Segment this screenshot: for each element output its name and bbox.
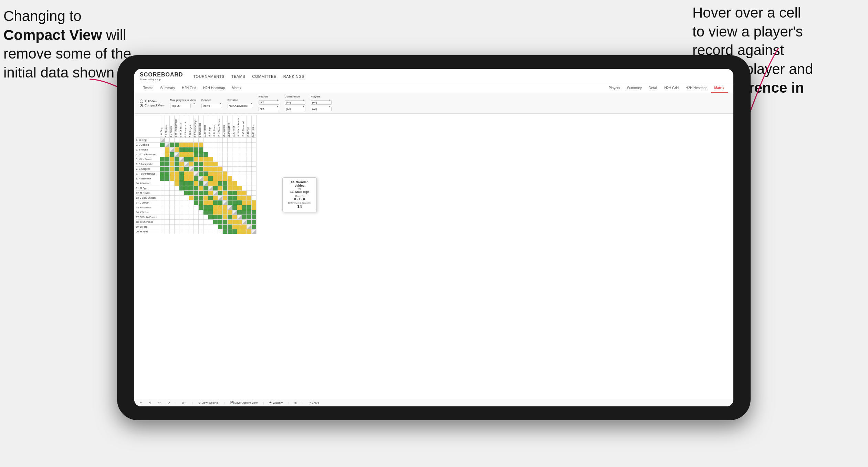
cell-16-13[interactable] xyxy=(223,215,228,220)
cell-18-10[interactable] xyxy=(208,225,213,229)
cell-17-1[interactable] xyxy=(165,220,170,225)
cell-10-10[interactable] xyxy=(208,186,213,191)
cell-13-6[interactable] xyxy=(189,200,194,205)
cell-7-6[interactable] xyxy=(189,172,194,176)
cell-12-6[interactable] xyxy=(189,196,194,200)
nav-teams[interactable]: TEAMS xyxy=(231,74,245,79)
cell-17-19[interactable] xyxy=(252,220,257,225)
cell-11-4[interactable] xyxy=(179,191,184,196)
cell-5-8[interactable] xyxy=(199,162,203,167)
cell-3-5[interactable] xyxy=(184,152,189,157)
cell-4-1[interactable] xyxy=(165,157,170,162)
cell-9-11[interactable] xyxy=(213,181,218,186)
cell-7-15[interactable] xyxy=(232,172,237,176)
cell-0-14[interactable] xyxy=(228,138,232,143)
cell-2-17[interactable] xyxy=(242,147,247,152)
cell-16-8[interactable] xyxy=(199,215,203,220)
cell-13-4[interactable] xyxy=(179,200,184,205)
cell-15-7[interactable] xyxy=(194,210,199,215)
cell-4-5[interactable] xyxy=(184,157,189,162)
cell-19-11[interactable] xyxy=(213,229,218,234)
view-original-btn[interactable]: ⊙ View: Original xyxy=(197,401,220,405)
gender-select[interactable]: Men's xyxy=(201,104,222,108)
cell-18-19[interactable] xyxy=(252,225,257,229)
cell-18-1[interactable] xyxy=(165,225,170,229)
cell-17-13[interactable] xyxy=(223,220,228,225)
cell-10-11[interactable] xyxy=(213,186,218,191)
players-select2[interactable]: (All) xyxy=(311,107,332,111)
cell-13-3[interactable] xyxy=(175,200,179,205)
cell-11-16[interactable] xyxy=(237,191,242,196)
cell-15-12[interactable] xyxy=(218,210,223,215)
cell-2-0[interactable] xyxy=(160,147,165,152)
cell-1-13[interactable] xyxy=(223,143,228,147)
cell-3-1[interactable] xyxy=(165,152,170,157)
cell-15-1[interactable] xyxy=(165,210,170,215)
cell-6-4[interactable] xyxy=(179,167,184,172)
cell-9-12[interactable] xyxy=(218,181,223,186)
cell-6-1[interactable] xyxy=(165,167,170,172)
cell-5-5[interactable] xyxy=(184,162,189,167)
tab-h2h-grid2[interactable]: H2H Grid xyxy=(661,84,682,93)
cell-3-15[interactable] xyxy=(232,152,237,157)
cell-4-0[interactable] xyxy=(160,157,165,162)
cell-2-3[interactable] xyxy=(175,147,179,152)
cell-0-5[interactable] xyxy=(184,138,189,143)
cell-18-8[interactable] xyxy=(199,225,203,229)
cell-10-19[interactable] xyxy=(252,186,257,191)
cell-10-2[interactable] xyxy=(170,186,175,191)
cell-18-3[interactable] xyxy=(175,225,179,229)
cell-10-18[interactable] xyxy=(247,186,252,191)
cell-14-5[interactable] xyxy=(184,205,189,210)
cell-5-16[interactable] xyxy=(237,162,242,167)
cell-13-18[interactable] xyxy=(247,200,252,205)
cell-7-2[interactable] xyxy=(170,172,175,176)
cell-5-0[interactable] xyxy=(160,162,165,167)
cell-9-14[interactable] xyxy=(228,181,232,186)
cell-4-4[interactable] xyxy=(179,157,184,162)
cell-4-3[interactable] xyxy=(175,157,179,162)
save-custom-btn[interactable]: 💾 Save Custom View xyxy=(229,401,259,405)
cell-2-15[interactable] xyxy=(232,147,237,152)
cell-18-5[interactable] xyxy=(184,225,189,229)
cell-6-16[interactable] xyxy=(237,167,242,172)
cell-10-3[interactable] xyxy=(175,186,179,191)
cell-2-12[interactable] xyxy=(218,147,223,152)
cell-2-13[interactable] xyxy=(223,147,228,152)
cell-5-11[interactable] xyxy=(213,162,218,167)
cell-12-14[interactable] xyxy=(228,196,232,200)
cell-8-15[interactable] xyxy=(232,176,237,181)
cell-13-13[interactable] xyxy=(223,200,228,205)
cell-9-18[interactable] xyxy=(247,181,252,186)
cell-6-13[interactable] xyxy=(223,167,228,172)
cell-5-18[interactable] xyxy=(247,162,252,167)
cell-5-9[interactable] xyxy=(203,162,208,167)
cell-14-17[interactable] xyxy=(242,205,247,210)
cell-17-14[interactable] xyxy=(228,220,232,225)
tab-players[interactable]: Players xyxy=(605,84,624,93)
cell-12-19[interactable] xyxy=(252,196,257,200)
cell-12-15[interactable] xyxy=(232,196,237,200)
cell-15-4[interactable] xyxy=(179,210,184,215)
matrix-area[interactable]: 1. W Ding2. L Clanton3. J Kolvun4. M Tho… xyxy=(134,114,733,399)
max-players-select[interactable]: Top 25 xyxy=(170,104,191,108)
cell-10-1[interactable] xyxy=(165,186,170,191)
cell-12-2[interactable] xyxy=(170,196,175,200)
cell-19-3[interactable] xyxy=(175,229,179,234)
cell-0-15[interactable] xyxy=(232,138,237,143)
cell-19-8[interactable] xyxy=(199,229,203,234)
cell-11-13[interactable] xyxy=(223,191,228,196)
cell-4-7[interactable] xyxy=(194,157,199,162)
cell-9-10[interactable] xyxy=(208,181,213,186)
cell-19-9[interactable] xyxy=(203,229,208,234)
cell-4-9[interactable] xyxy=(203,157,208,162)
cell-17-7[interactable] xyxy=(194,220,199,225)
cell-3-18[interactable] xyxy=(247,152,252,157)
cell-9-15[interactable] xyxy=(232,181,237,186)
cell-7-7[interactable] xyxy=(194,172,199,176)
cell-0-11[interactable] xyxy=(213,138,218,143)
cell-11-9[interactable] xyxy=(203,191,208,196)
cell-0-18[interactable] xyxy=(247,138,252,143)
cell-14-12[interactable] xyxy=(218,205,223,210)
cell-15-14[interactable] xyxy=(228,210,232,215)
